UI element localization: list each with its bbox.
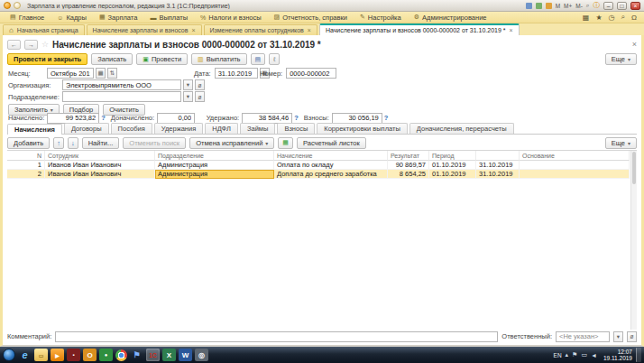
taskbar-app-red-icon[interactable]: ▪ bbox=[67, 349, 80, 361]
cell-employee[interactable]: Иванов Иван Иванович bbox=[45, 161, 155, 170]
tab-contracts[interactable]: Договоры bbox=[64, 123, 109, 134]
all-functions-icon[interactable]: ▦ bbox=[583, 14, 590, 22]
col-header-employee[interactable]: Сотрудник bbox=[45, 151, 155, 161]
open-link-icon[interactable]: ø bbox=[195, 91, 205, 102]
language-indicator[interactable]: EN bbox=[554, 352, 562, 358]
search-icon[interactable]: ⌕ bbox=[621, 13, 625, 22]
menu-item-reports[interactable]: ▨Отчетность, справки bbox=[268, 12, 354, 23]
cell-accrual[interactable]: Доплата до среднего заработка bbox=[274, 170, 388, 179]
taskbar-app-teal-icon[interactable]: X bbox=[162, 349, 176, 361]
cell-employee[interactable]: Иванов Иван Иванович bbox=[45, 170, 155, 179]
dropdown-arrow-icon[interactable]: ▾ bbox=[183, 91, 193, 102]
col-header-result[interactable]: Результат bbox=[388, 151, 429, 161]
tray-network-icon[interactable]: ▭ bbox=[581, 351, 587, 358]
document-close-icon[interactable]: × bbox=[632, 40, 637, 49]
add-row-button[interactable]: Добавить bbox=[7, 137, 50, 149]
favorites-icon[interactable]: ★ bbox=[595, 14, 602, 22]
taskbar-windows-flag-icon[interactable]: ⚑ bbox=[130, 349, 143, 361]
calendar-shortcut-icon[interactable] bbox=[546, 3, 552, 9]
info-icon[interactable]: ⓘ bbox=[593, 1, 601, 10]
col-header-period-end[interactable] bbox=[476, 151, 520, 161]
tray-flag-icon[interactable]: ⚑ bbox=[572, 351, 577, 358]
show-desktop-button[interactable] bbox=[636, 348, 641, 362]
dropdown-arrow-icon[interactable]: ▾ bbox=[613, 331, 623, 342]
cell-department-selected[interactable]: Администрация bbox=[155, 170, 274, 179]
taskbar-internet-explorer-icon[interactable]: e bbox=[18, 349, 32, 361]
menu-item-main[interactable]: ▤Главное bbox=[4, 12, 51, 23]
taskbar-app-green-icon[interactable]: ● bbox=[99, 349, 113, 361]
grid-more-button[interactable]: Еще ▾ bbox=[605, 137, 637, 149]
tab-ndfl[interactable]: НДФЛ bbox=[205, 123, 238, 134]
clipboard-icon[interactable] bbox=[526, 3, 532, 9]
cell-n[interactable]: 1 bbox=[7, 161, 45, 170]
tray-clock[interactable]: 12:07 19.11.2019 bbox=[603, 349, 632, 362]
cancel-fixes-button[interactable]: Отмена исправлений ▾ bbox=[189, 137, 274, 149]
organization-input[interactable] bbox=[62, 79, 181, 90]
department-input[interactable] bbox=[62, 91, 181, 102]
close-icon[interactable]: × bbox=[510, 27, 513, 33]
comment-input[interactable] bbox=[55, 331, 498, 342]
open-link-icon[interactable]: ø bbox=[195, 79, 205, 90]
more-button[interactable]: Еще ▾ bbox=[605, 53, 637, 65]
pay-slip-button[interactable]: Расчетный листок bbox=[297, 137, 366, 149]
menu-item-staff[interactable]: ☺Кадры bbox=[51, 12, 93, 23]
col-header-n[interactable]: N bbox=[7, 151, 45, 161]
app-menu-icon[interactable] bbox=[4, 2, 11, 9]
tab-deductions[interactable]: Удержания bbox=[154, 123, 203, 134]
taskbar-1c-enterprise-icon[interactable]: 1С bbox=[146, 349, 160, 361]
postings-button[interactable]: ▤ bbox=[251, 53, 266, 65]
contributions-hint-icon[interactable]: ? bbox=[384, 114, 389, 122]
taskbar-media-center-icon[interactable]: ◎ bbox=[195, 349, 208, 361]
tab-contributions[interactable]: Взносы bbox=[277, 123, 315, 134]
date-input[interactable] bbox=[215, 68, 258, 79]
attachments-button[interactable]: ℓ bbox=[269, 53, 280, 65]
cell-period-start[interactable]: 01.10.2019 bbox=[429, 161, 476, 170]
tab-accrual-document[interactable]: Начисление зарплаты и взносов 0000-00000… bbox=[319, 23, 520, 35]
calculator-icon[interactable] bbox=[536, 3, 542, 9]
menu-item-administration[interactable]: ⚙Администрирование bbox=[408, 12, 493, 23]
move-down-icon[interactable]: ↓ bbox=[68, 137, 78, 149]
dropdown-arrow-icon[interactable]: ▾ bbox=[183, 79, 193, 90]
maximize-button[interactable]: □ bbox=[617, 2, 627, 10]
close-icon[interactable]: × bbox=[191, 27, 195, 33]
titlebar-search-icon[interactable]: ⌕ bbox=[586, 2, 590, 9]
col-header-basis[interactable]: Основание bbox=[520, 151, 630, 161]
cell-accrual[interactable]: Оплата по окладу bbox=[274, 161, 388, 170]
start-button[interactable] bbox=[3, 349, 15, 361]
move-up-icon[interactable]: ↑ bbox=[53, 137, 64, 149]
post-and-close-button[interactable]: Провести и закрыть bbox=[7, 53, 87, 65]
taskbar-chrome-icon[interactable] bbox=[115, 349, 127, 361]
cell-basis[interactable] bbox=[520, 170, 630, 179]
number-input[interactable] bbox=[286, 68, 336, 79]
month-spinner[interactable]: ⇅ bbox=[107, 68, 117, 79]
cell-period-end[interactable]: 31.10.2019 bbox=[476, 161, 520, 170]
tab-home[interactable]: ⌂ Начальная страница bbox=[3, 24, 85, 35]
month-input[interactable] bbox=[47, 68, 94, 79]
withheld-hint-icon[interactable]: ? bbox=[294, 114, 299, 122]
open-link-icon[interactable]: ø bbox=[627, 331, 637, 342]
taskbar-media-player-icon[interactable]: ▶ bbox=[51, 349, 64, 361]
cell-period-start[interactable]: 01.10.2019 bbox=[429, 170, 476, 179]
menu-item-settings[interactable]: ✎Настройка bbox=[354, 12, 408, 23]
taskbar-explorer-icon[interactable]: ▭ bbox=[34, 349, 48, 361]
tab-loans[interactable]: Займы bbox=[240, 123, 275, 134]
menu-item-payments[interactable]: ▬Выплаты bbox=[143, 12, 194, 23]
cell-result[interactable]: 90 869,57 bbox=[388, 161, 429, 170]
pay-button[interactable]: ▥ Выплатить bbox=[191, 53, 246, 65]
write-button[interactable]: Записать bbox=[91, 53, 133, 65]
tray-up-arrow-icon[interactable]: ▴ bbox=[566, 351, 569, 358]
cell-department[interactable]: Администрация bbox=[155, 161, 274, 170]
favorite-star-icon[interactable]: ☆ bbox=[41, 40, 49, 49]
col-header-accrual[interactable]: Начисление bbox=[274, 151, 388, 161]
menu-item-salary[interactable]: ▦Зарплата bbox=[93, 12, 143, 23]
tab-accruals-list[interactable]: Начисление зарплаты и взносов × bbox=[87, 24, 202, 35]
close-window-button[interactable]: × bbox=[630, 2, 640, 10]
cell-basis[interactable] bbox=[520, 161, 630, 170]
scale-normal-button[interactable]: M bbox=[556, 3, 560, 9]
col-header-department[interactable]: Подразделение bbox=[155, 151, 274, 161]
history-icon[interactable]: ◷ bbox=[609, 14, 615, 22]
close-icon[interactable]: × bbox=[308, 27, 311, 33]
fill-grid-button[interactable]: ▦ bbox=[278, 137, 293, 149]
find-button[interactable]: Найти... bbox=[82, 137, 120, 149]
scale-down-button[interactable]: M- bbox=[575, 3, 583, 9]
